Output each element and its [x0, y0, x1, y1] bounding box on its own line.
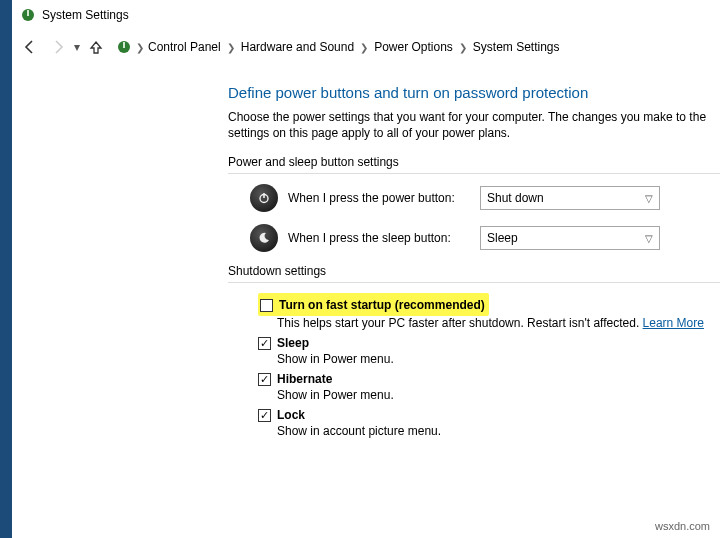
sleep-button-row: When I press the sleep button: Sleep ▽: [250, 224, 720, 252]
chevron-right-icon: ❯: [227, 42, 235, 53]
sleep-icon: [250, 224, 278, 252]
chevron-down-icon: ▽: [645, 193, 653, 204]
window-title: System Settings: [42, 8, 129, 22]
power-options-icon: [116, 39, 132, 55]
chevron-right-icon: ❯: [459, 42, 467, 53]
content-pane: Define power buttons and turn on passwor…: [212, 70, 720, 444]
chevron-down-icon: ▽: [645, 233, 653, 244]
hibernate-option-desc: Show in Power menu.: [277, 388, 720, 402]
section-shutdown-settings: Shutdown settings: [228, 264, 720, 278]
breadcrumb-item[interactable]: Hardware and Sound: [241, 40, 354, 54]
page-subtext: Choose the power settings that you want …: [228, 109, 720, 141]
power-button-select[interactable]: Shut down ▽: [480, 186, 660, 210]
page-title: Define power buttons and turn on passwor…: [228, 84, 720, 101]
power-button-row: When I press the power button: Shut down…: [250, 184, 720, 212]
navigation-bar: ▾ ❯ Control Panel ❯ Hardware and Sound ❯…: [12, 30, 720, 64]
power-button-label: When I press the power button:: [288, 191, 470, 205]
fast-startup-highlight: Turn on fast startup (recommended): [258, 293, 489, 316]
sleep-option-desc: Show in Power menu.: [277, 352, 720, 366]
breadcrumb: Control Panel ❯ Hardware and Sound ❯ Pow…: [148, 40, 560, 54]
breadcrumb-item[interactable]: Power Options: [374, 40, 453, 54]
lock-checkbox[interactable]: [258, 409, 271, 422]
hibernate-checkbox[interactable]: [258, 373, 271, 386]
breadcrumb-item[interactable]: System Settings: [473, 40, 560, 54]
hibernate-option-label: Hibernate: [277, 372, 332, 386]
fast-startup-label: Turn on fast startup (recommended): [279, 298, 485, 312]
system-settings-window: System Settings ▾ ❯ Control Panel ❯ Hard…: [12, 0, 720, 538]
section-divider: [228, 282, 720, 283]
svg-rect-3: [123, 42, 125, 48]
section-divider: [228, 173, 720, 174]
learn-more-link[interactable]: Learn More: [643, 316, 704, 330]
sleep-button-label: When I press the sleep button:: [288, 231, 470, 245]
sleep-button-value: Sleep: [487, 231, 518, 245]
svg-rect-1: [27, 10, 29, 16]
sleep-option-label: Sleep: [277, 336, 309, 350]
fast-startup-checkbox[interactable]: [260, 299, 273, 312]
lock-option-label: Lock: [277, 408, 305, 422]
forward-button[interactable]: [46, 35, 70, 59]
power-icon: [250, 184, 278, 212]
fast-startup-desc: This helps start your PC faster after sh…: [277, 316, 720, 330]
chevron-right-icon: ❯: [136, 42, 144, 53]
titlebar: System Settings: [12, 0, 720, 30]
power-button-value: Shut down: [487, 191, 544, 205]
section-power-sleep-buttons: Power and sleep button settings: [228, 155, 720, 169]
sleep-button-select[interactable]: Sleep ▽: [480, 226, 660, 250]
chevron-right-icon: ❯: [360, 42, 368, 53]
breadcrumb-item[interactable]: Control Panel: [148, 40, 221, 54]
sleep-checkbox[interactable]: [258, 337, 271, 350]
back-button[interactable]: [18, 35, 42, 59]
lock-option-desc: Show in account picture menu.: [277, 424, 720, 438]
shutdown-options: Turn on fast startup (recommended) This …: [258, 293, 720, 438]
up-button[interactable]: [84, 35, 108, 59]
watermark: wsxdn.com: [655, 520, 710, 532]
recent-locations-button[interactable]: ▾: [74, 40, 80, 54]
power-options-icon: [20, 7, 36, 23]
window-left-edge: [0, 0, 12, 538]
